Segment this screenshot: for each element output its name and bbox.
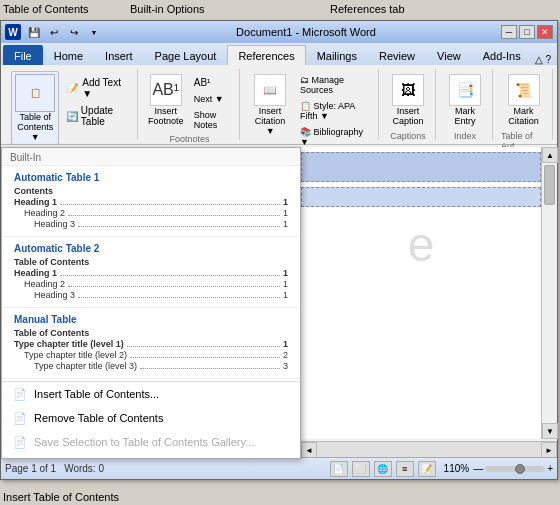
qat-dropdown[interactable]: ▼ (85, 23, 103, 41)
qat-redo[interactable]: ↪ (65, 23, 83, 41)
annotation-table-of-contents: Table of Contents (3, 3, 89, 15)
add-text-btn[interactable]: 📝 Add Text ▼ (61, 75, 130, 101)
tab-add-ins[interactable]: Add-Ins (472, 45, 532, 65)
insert-footnote-btn[interactable]: AB¹ InsertFootnote (146, 71, 186, 132)
update-table-btn[interactable]: 🔄 Update Table (61, 103, 130, 129)
tab-references[interactable]: References (227, 45, 305, 65)
add-text-icon: 📝 (65, 80, 79, 96)
auto1-h1: Heading 11 (14, 197, 288, 207)
draft-btn[interactable]: 📝 (418, 461, 436, 477)
scroll-down-btn[interactable]: ▼ (542, 423, 558, 439)
manual-h1: Type chapter title (level 1)1 (14, 339, 288, 349)
auto-table-1-option[interactable]: Automatic Table 1 Contents Heading 11 He… (2, 166, 300, 237)
annotation-built-in-options: Built-in Options (130, 3, 205, 15)
status-right: 📄 ⬜ 🌐 ≡ 📝 110% — + (330, 461, 553, 477)
manage-sources-btn[interactable]: 🗂 Manage Sources (296, 73, 372, 97)
page-info: Page 1 of 1 (5, 463, 56, 474)
word-icon: W (5, 24, 21, 40)
zoom-thumb[interactable] (515, 464, 525, 474)
annotation-insert-table: Insert Table of Contents (3, 491, 119, 503)
auto-table-2-title: Automatic Table 2 (14, 243, 288, 254)
manual-h2: Type chapter title (level 2)2 (14, 350, 288, 360)
toc-button[interactable]: 📋 Table ofContents ▼ (11, 71, 59, 145)
document-area[interactable]: e (301, 147, 541, 439)
remove-toc-item[interactable]: 📄 Remove Table of Contents (2, 406, 300, 430)
bibliography-btn[interactable]: 📚 Bibliography ▼ (296, 125, 372, 149)
scroll-thumb[interactable] (544, 165, 555, 205)
next-footnote-btn[interactable]: Next ▼ (190, 92, 233, 106)
mark-entry-btn[interactable]: 📑 MarkEntry (444, 71, 486, 129)
ribbon-collapse-btn[interactable]: △ (535, 54, 543, 65)
auto2-h2: Heading 21 (14, 279, 288, 289)
tab-review[interactable]: Review (368, 45, 426, 65)
auto2-contents-label: Table of Contents (14, 257, 288, 267)
help-btn[interactable]: ? (545, 54, 551, 65)
tab-home[interactable]: Home (43, 45, 94, 65)
update-icon: 🔄 (65, 108, 77, 124)
captions-group-label: Captions (390, 131, 426, 141)
built-in-header: Built-In (2, 148, 300, 166)
status-bar: Page 1 of 1 Words: 0 📄 ⬜ 🌐 ≡ 📝 110% — + (1, 457, 557, 479)
print-layout-btn[interactable]: 📄 (330, 461, 348, 477)
citations-group: 📖 InsertCitation ▼ 🗂 Manage Sources 📋 St… (242, 69, 379, 140)
style-btn[interactable]: 📋 Style: APA Fifth ▼ (296, 99, 372, 123)
web-layout-btn[interactable]: 🌐 (374, 461, 392, 477)
tab-view[interactable]: View (426, 45, 472, 65)
word-window: W 💾 ↩ ↪ ▼ Document1 - Microsoft Word ─ □… (0, 20, 558, 480)
auto-table-1-title: Automatic Table 1 (14, 172, 288, 183)
insert-citation-btn[interactable]: 📖 InsertCitation ▼ (248, 71, 292, 149)
scroll-track[interactable] (542, 163, 557, 423)
tab-page-layout[interactable]: Page Layout (144, 45, 228, 65)
scroll-left-btn[interactable]: ◄ (301, 442, 317, 458)
minimize-btn[interactable]: ─ (501, 25, 517, 39)
zoom-level: 110% (444, 463, 470, 474)
close-btn[interactable]: ✕ (537, 25, 553, 39)
scroll-up-btn[interactable]: ▲ (542, 147, 558, 163)
horizontal-scrollbar[interactable]: ◄ ► (301, 441, 557, 457)
auto-table-2-option[interactable]: Automatic Table 2 Table of Contents Head… (2, 237, 300, 308)
window-controls: ─ □ ✕ (501, 25, 553, 39)
captions-group: 🖼 InsertCaption Captions (381, 69, 436, 140)
title-bar: W 💾 ↩ ↪ ▼ Document1 - Microsoft Word ─ □… (1, 21, 557, 43)
save-toc-item: 📄 Save Selection to Table of Contents Ga… (2, 430, 300, 454)
insert-endnote-btn[interactable]: AB¹ (190, 75, 233, 90)
full-screen-btn[interactable]: ⬜ (352, 461, 370, 477)
ribbon-content: 📋 Table ofContents ▼ 📝 Add Text ▼ 🔄 Upda… (1, 65, 557, 145)
manual-table-title: Manual Table (14, 314, 288, 325)
status-left: Page 1 of 1 Words: 0 (5, 463, 330, 474)
index-group: 📑 MarkEntry Index (438, 69, 493, 140)
footnotes-group: AB¹ InsertFootnote AB¹ Next ▼ Show Notes (140, 69, 240, 140)
tab-insert[interactable]: Insert (94, 45, 144, 65)
hscroll-track[interactable] (317, 442, 541, 457)
toc-group: 📋 Table ofContents ▼ 📝 Add Text ▼ 🔄 Upda… (5, 69, 138, 140)
toc-dropdown-menu: Built-In Automatic Table 1 Contents Head… (1, 147, 301, 459)
auto1-h3: Heading 31 (14, 219, 288, 229)
auto1-h2: Heading 21 (14, 208, 288, 218)
remove-toc-icon: 📄 (12, 410, 28, 426)
outline-btn[interactable]: ≡ (396, 461, 414, 477)
qat-undo[interactable]: ↩ (45, 23, 63, 41)
insert-toc-icon: 📄 (12, 386, 28, 402)
annotation-references-tab: References tab (330, 3, 405, 15)
vertical-scrollbar[interactable]: ▲ ▼ (541, 147, 557, 439)
insert-toc-item[interactable]: 📄 Insert Table of Contents... (2, 382, 300, 406)
auto2-h3: Heading 31 (14, 290, 288, 300)
manual-toc-label: Table of Contents (14, 328, 288, 338)
zoom-slider[interactable] (485, 466, 545, 472)
mark-citation-btn[interactable]: 📜 MarkCitation (503, 71, 545, 129)
tab-mailings[interactable]: Mailings (306, 45, 368, 65)
zoom-in-btn[interactable]: + (547, 463, 553, 474)
tab-file[interactable]: File (3, 45, 43, 65)
show-notes-btn[interactable]: Show Notes (190, 108, 233, 132)
maximize-btn[interactable]: □ (519, 25, 535, 39)
ribbon-tabs: File Home Insert Page Layout References … (1, 43, 557, 65)
zoom-out-btn[interactable]: — (473, 463, 483, 474)
footnotes-group-label: Footnotes (169, 134, 209, 144)
toa-group: 📜 MarkCitation Table of Aut... (495, 69, 553, 140)
manual-table-option[interactable]: Manual Table Table of Contents Type chap… (2, 308, 300, 379)
manual-h3: Type chapter title (level 3)3 (14, 361, 288, 371)
auto1-contents-label: Contents (14, 186, 288, 196)
scroll-right-btn[interactable]: ► (541, 442, 557, 458)
insert-caption-btn[interactable]: 🖼 InsertCaption (387, 71, 429, 129)
qat-save[interactable]: 💾 (25, 23, 43, 41)
